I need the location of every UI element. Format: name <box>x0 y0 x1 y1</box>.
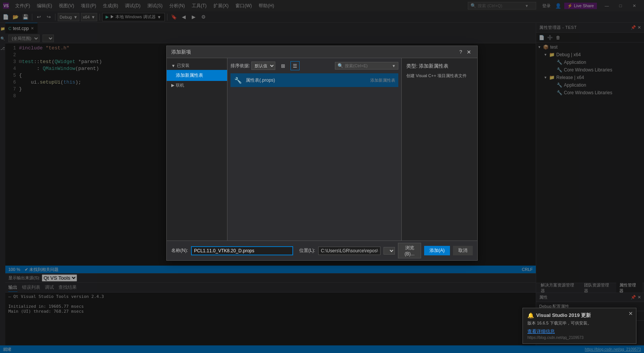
dialog-help-button[interactable]: ? <box>459 49 462 55</box>
notif-close-button[interactable]: ✕ <box>628 310 633 317</box>
online-arrow-icon: ▶ <box>171 83 174 88</box>
dialog-title: 添加新项 <box>171 49 191 55</box>
dialog-item-add-prop-sheet[interactable]: 添加新属性表 <box>167 70 227 81</box>
dialog-close-button[interactable]: ✕ <box>465 48 473 56</box>
location-field: 位置(L): 浏览(B)... <box>299 243 421 258</box>
sort-label: 排序依据: <box>230 63 250 69</box>
cancel-button[interactable]: 取消 <box>453 246 473 255</box>
installed-label: 已安装 <box>177 63 189 68</box>
notif-link-container: 查看详细信息 <box>527 328 631 335</box>
dialog-content-toolbar: 排序依据: 默认值 ⊞ ☰ 🔍 ▼ <box>230 61 398 70</box>
item-props-sheet[interactable]: 🔧 属性表(.props) 添加新属性表 <box>230 73 398 87</box>
dialog-online-section[interactable]: ▶ 联机 <box>167 81 227 90</box>
dialog-search-icon: 🔍 <box>338 63 343 68</box>
notif-title-text: Visual Studio 2019 更新 <box>536 312 591 319</box>
dialog-title-bar: 添加新项 ? ✕ <box>167 46 477 58</box>
dialog-search-input[interactable] <box>345 63 390 68</box>
props-sheet-icon: 🔧 <box>234 76 243 85</box>
item-action-label: 添加新属性表 <box>370 78 395 83</box>
dialog-title-controls: ? ✕ <box>459 48 473 56</box>
item-desc-text: 创建 Visual C++ 项目属性表文件 <box>406 73 473 79</box>
notif-title-bar: 🔔 Visual Studio 2019 更新 <box>527 312 631 319</box>
dialog-right-panel: 类型: 添加新属性表 创建 Visual C++ 项目属性表文件 <box>401 58 477 241</box>
bell-icon: 🔔 <box>527 312 534 318</box>
dialog-search-box[interactable]: 🔍 ▼ <box>335 62 398 70</box>
add-button[interactable]: 添加(A) <box>424 246 450 255</box>
view-grid-button[interactable]: ⊞ <box>278 61 287 70</box>
view-list-button[interactable]: ☰ <box>290 61 300 70</box>
sort-select[interactable]: 默认值 <box>251 62 275 70</box>
notif-body-text: 版本 16.6.5 下载完毕，可供安装。 <box>527 320 631 326</box>
name-field-label: 名称(N): <box>171 247 188 254</box>
notif-url: https://blog.csdn.net/qq_2109573 <box>527 336 631 340</box>
location-dropdown[interactable] <box>384 247 395 255</box>
item-type-label: 类型: 添加新属性表 <box>406 63 473 70</box>
add-new-item-dialog: 添加新项 ? ✕ ▼ 已安装 添加新属性表 ▶ 联机 <box>166 46 478 261</box>
update-notification: 🔔 Visual Studio 2019 更新 ✕ 版本 16.6.5 下载完毕… <box>522 308 636 344</box>
dialog-footer: 名称(N): 位置(L): 浏览(B)... 添加(A) 取消 <box>167 241 477 260</box>
location-field-input[interactable] <box>318 247 380 255</box>
notif-detail-link[interactable]: 查看详细信息 <box>527 329 555 334</box>
name-field: 名称(N): <box>171 246 293 255</box>
dialog-body: ▼ 已安装 添加新属性表 ▶ 联机 排序依据: 默认值 <box>167 58 477 241</box>
name-field-input[interactable] <box>191 246 293 255</box>
browse-button[interactable]: 浏览(B)... <box>398 243 421 258</box>
item-name-label: 属性表(.props) <box>246 77 367 84</box>
dialog-search-arrow: ▼ <box>392 64 396 68</box>
dialog-sort-control: 排序依据: 默认值 <box>230 62 275 70</box>
dialog-left-panel: ▼ 已安装 添加新属性表 ▶ 联机 <box>167 58 227 241</box>
installed-arrow-icon: ▼ <box>171 63 175 68</box>
dialog-installed-section[interactable]: ▼ 已安装 <box>167 61 227 70</box>
location-field-label: 位置(L): <box>299 247 315 254</box>
online-label: 联机 <box>176 82 184 88</box>
dialog-main-content: 排序依据: 默认值 ⊞ ☰ 🔍 ▼ <box>227 58 401 241</box>
dialog-overlay: 添加新项 ? ✕ ▼ 已安装 添加新属性表 ▶ 联机 <box>0 0 644 353</box>
dialog-item-list: 🔧 属性表(.props) 添加新属性表 <box>230 73 398 237</box>
